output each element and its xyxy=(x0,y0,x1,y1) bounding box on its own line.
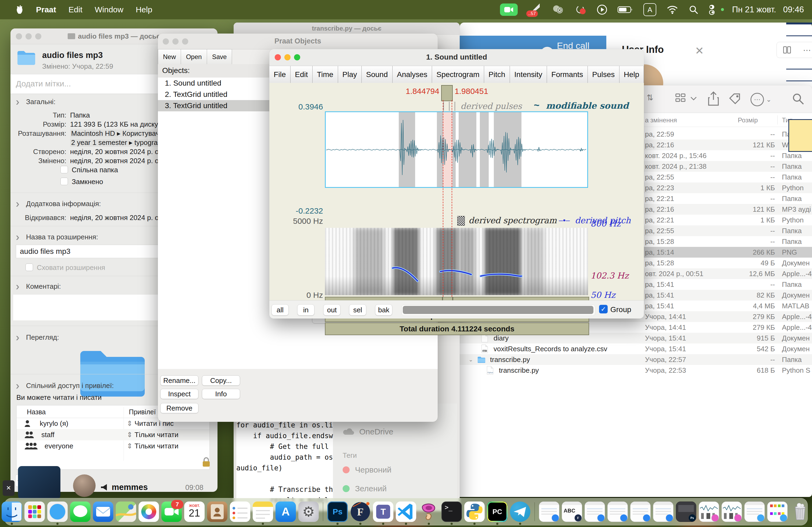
perm-header-name[interactable]: Назва xyxy=(27,408,46,416)
editor-menu-pulses[interactable]: Pulses xyxy=(588,66,620,83)
apple-logo-icon[interactable] xyxy=(16,5,24,15)
keyboard-layout-icon[interactable]: A xyxy=(643,3,656,16)
scrollbar-track[interactable] xyxy=(402,304,595,316)
editor-menu-play[interactable]: Play xyxy=(338,66,362,83)
dock-minimized-fontlab[interactable]: ABCF xyxy=(562,501,582,522)
waveform-panel[interactable] xyxy=(325,111,588,188)
chevron-down-icon[interactable]: ❯ xyxy=(15,335,20,340)
section-name-ext[interactable]: Назва та розширення: xyxy=(26,233,98,241)
chat-avatar[interactable] xyxy=(73,475,96,497)
dock-mail[interactable] xyxy=(93,501,113,522)
editor-menu-help[interactable]: Help xyxy=(620,66,644,83)
dock-microsoft-teams[interactable]: T xyxy=(373,501,393,522)
section-more-info[interactable]: Додаткова інформація: xyxy=(26,200,101,208)
dock-minimized-praat[interactable] xyxy=(722,501,742,522)
hidden-window-close[interactable]: ✕ xyxy=(3,480,14,496)
rename-button[interactable]: Rename... xyxy=(160,375,199,386)
editor-menu-edit[interactable]: Edit xyxy=(291,66,313,83)
dock-maps[interactable] xyxy=(116,501,136,522)
shared-folder-checkbox[interactable] xyxy=(60,166,68,174)
menubar-item-help[interactable]: Help xyxy=(135,5,152,14)
copy-button[interactable]: Copy... xyxy=(202,375,240,386)
dock-notes[interactable] xyxy=(253,501,273,522)
dock-reminders[interactable] xyxy=(230,501,250,522)
editor-menu-time[interactable]: Time xyxy=(313,66,338,83)
menubar-item-window[interactable]: Window xyxy=(95,5,124,14)
table-row[interactable]: ⌄ transcribe.py Учора, 22:57 -- Папка xyxy=(446,354,812,365)
lock-icon[interactable] xyxy=(202,457,211,467)
play-status-icon[interactable] xyxy=(597,4,607,15)
sort-icon[interactable]: ⇅ xyxy=(647,93,653,102)
table-row[interactable]: Python transcribe.py Учора, 22:53 618 Б … xyxy=(446,365,812,376)
notification-badge-icon[interactable]: ..57 xyxy=(528,3,541,16)
dock-vs-code[interactable] xyxy=(396,501,416,522)
battery-icon[interactable] xyxy=(618,6,633,13)
chevron-down-icon[interactable]: ❯ xyxy=(15,99,20,104)
dock-minimized-window[interactable] xyxy=(539,501,559,522)
dock-photos[interactable] xyxy=(139,501,159,522)
dock-minimized-window[interactable] xyxy=(607,501,628,522)
remove-button[interactable]: Remove xyxy=(160,403,199,413)
dock-praat[interactable] xyxy=(419,501,439,522)
record-status-icon[interactable] xyxy=(575,4,586,15)
close-icon[interactable]: ✕ xyxy=(695,45,704,57)
wifi-icon[interactable] xyxy=(666,5,678,14)
dock-minimized-praat[interactable] xyxy=(699,501,719,522)
dock-launchpad[interactable] xyxy=(25,501,45,522)
locked-checkbox[interactable] xyxy=(60,178,68,185)
column-date[interactable]: а змінення xyxy=(645,117,677,124)
chevron-down-icon[interactable]: ❯ xyxy=(15,201,20,206)
dock-messages[interactable] xyxy=(70,501,90,522)
chevron-down-icon[interactable]: ❯ xyxy=(15,235,20,240)
dock-minimized-window[interactable] xyxy=(767,501,787,522)
praat-menu-new[interactable]: New xyxy=(158,49,181,65)
editor-button-in[interactable]: in xyxy=(297,304,315,316)
code-editor-text[interactable]: for audio_file in os.li if audio_file.en… xyxy=(236,420,333,508)
info-button[interactable]: Info xyxy=(202,389,240,399)
dock-photoshop[interactable]: Ps xyxy=(327,501,348,522)
section-general[interactable]: Загальні: xyxy=(26,98,56,106)
view-options-icon[interactable] xyxy=(675,92,698,105)
chat-title-row[interactable]: memmes xyxy=(100,482,148,492)
dock-finder[interactable] xyxy=(2,501,22,522)
spotlight-icon[interactable] xyxy=(688,4,699,15)
sidebar-item-onedrive[interactable]: OneDrive xyxy=(343,427,393,436)
editor-menu-analyses[interactable]: Analyses xyxy=(393,66,432,83)
selection-handle[interactable] xyxy=(441,85,453,101)
editor-titlebar[interactable]: 1. Sound untitled xyxy=(269,49,644,66)
selection-line-left[interactable] xyxy=(443,100,443,297)
facetime-active-icon[interactable] xyxy=(500,3,518,16)
overlapping-circles-icon[interactable] xyxy=(552,4,564,15)
dock-system-settings[interactable]: ⚙ xyxy=(298,501,319,522)
dock-telegram[interactable] xyxy=(510,501,530,522)
praat-objects-titlebar[interactable]: Praat Objects xyxy=(158,33,438,49)
scrollbar-thumb[interactable] xyxy=(403,306,593,314)
permission-row[interactable]: everyone ⇕ Тільки читати xyxy=(17,440,209,452)
disclosure-chevron-icon[interactable]: ⌄ xyxy=(468,356,473,363)
menubar-clock[interactable]: 09:46 xyxy=(783,5,804,15)
menubar-date[interactable]: Пн 21 жовт. xyxy=(732,5,776,15)
table-row[interactable]: csv voxitResults_Records to analyze.csv … xyxy=(446,344,812,354)
editor-button-bak[interactable]: bak xyxy=(375,304,392,316)
editor-menu-intensity[interactable]: Intensity xyxy=(510,66,547,83)
actions-menu-icon[interactable]: ⋯ ⌄ xyxy=(751,93,774,106)
column-size[interactable]: Розмір xyxy=(731,117,758,124)
editor-menu-pitch[interactable]: Pitch xyxy=(484,66,510,83)
dock-minimized-window[interactable] xyxy=(584,501,605,522)
dock-facetime[interactable]: 7 xyxy=(161,501,182,522)
editor-menu-sound[interactable]: Sound xyxy=(362,66,393,83)
share-icon[interactable] xyxy=(708,91,719,106)
sidebar-tag-green[interactable]: Зелений xyxy=(343,484,387,493)
dock-app-store[interactable]: A xyxy=(276,501,296,522)
dock-minimized-window[interactable] xyxy=(630,501,651,522)
tag-icon[interactable] xyxy=(728,92,742,106)
praat-menu-open[interactable]: Open xyxy=(181,49,207,65)
chevron-down-icon[interactable]: ❯ xyxy=(15,284,20,289)
transcribe-titlebar[interactable]: transcribe.py — досьє xyxy=(234,22,460,35)
permission-row[interactable]: staff ⇕ Тільки читати xyxy=(17,429,209,440)
control-center-icon[interactable] xyxy=(709,4,720,15)
section-comments[interactable]: Коментарі: xyxy=(26,282,61,291)
editor-button-all[interactable]: all xyxy=(272,304,289,316)
dock-terminal[interactable]: >_ xyxy=(441,501,462,522)
dock-minimized-safari[interactable] xyxy=(744,501,765,522)
